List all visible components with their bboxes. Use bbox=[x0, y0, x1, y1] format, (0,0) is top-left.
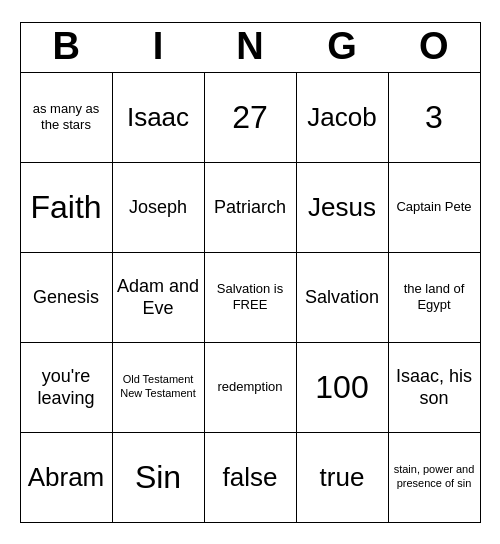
bingo-cell: Joseph bbox=[112, 162, 204, 252]
bingo-cell: Abram bbox=[20, 432, 112, 522]
table-row: GenesisAdam and EveSalvation is FREESalv… bbox=[20, 252, 480, 342]
bingo-cell: Faith bbox=[20, 162, 112, 252]
bingo-cell: Jacob bbox=[296, 72, 388, 162]
cell-content: you're leaving bbox=[24, 365, 109, 410]
bingo-header-cell: G bbox=[296, 22, 388, 72]
cell-content: stain, power and presence of sin bbox=[392, 463, 477, 491]
bingo-cell: Isaac bbox=[112, 72, 204, 162]
bingo-cell: 3 bbox=[388, 72, 480, 162]
cell-content: Captain Pete bbox=[392, 199, 477, 215]
bingo-header-cell: I bbox=[112, 22, 204, 72]
bingo-cell: Salvation bbox=[296, 252, 388, 342]
bingo-cell: true bbox=[296, 432, 388, 522]
cell-content: 100 bbox=[300, 367, 385, 407]
bingo-cell: Sin bbox=[112, 432, 204, 522]
cell-content: Adam and Eve bbox=[116, 275, 201, 320]
cell-content: Abram bbox=[24, 461, 109, 494]
table-row: FaithJosephPatriarchJesusCaptain Pete bbox=[20, 162, 480, 252]
bingo-cell: 27 bbox=[204, 72, 296, 162]
bingo-cell: stain, power and presence of sin bbox=[388, 432, 480, 522]
cell-content: Jacob bbox=[300, 101, 385, 134]
cell-content: Patriarch bbox=[208, 196, 293, 219]
bingo-cell: Isaac, his son bbox=[388, 342, 480, 432]
bingo-header-cell: B bbox=[20, 22, 112, 72]
cell-content: redemption bbox=[208, 379, 293, 395]
table-row: you're leavingOld Testament New Testamen… bbox=[20, 342, 480, 432]
bingo-cell: Salvation is FREE bbox=[204, 252, 296, 342]
cell-content: Isaac bbox=[116, 101, 201, 134]
bingo-cell: 100 bbox=[296, 342, 388, 432]
bingo-header-cell: N bbox=[204, 22, 296, 72]
cell-content: Salvation bbox=[300, 286, 385, 309]
bingo-cell: Patriarch bbox=[204, 162, 296, 252]
cell-content: Sin bbox=[116, 457, 201, 497]
cell-content: Jesus bbox=[300, 191, 385, 224]
table-row: as many as the starsIsaac27Jacob3 bbox=[20, 72, 480, 162]
cell-content: as many as the stars bbox=[24, 101, 109, 134]
bingo-cell: false bbox=[204, 432, 296, 522]
cell-content: Joseph bbox=[116, 196, 201, 219]
cell-content: 3 bbox=[392, 97, 477, 137]
bingo-cell: redemption bbox=[204, 342, 296, 432]
cell-content: Faith bbox=[24, 187, 109, 227]
bingo-cell: Captain Pete bbox=[388, 162, 480, 252]
cell-content: Genesis bbox=[24, 286, 109, 309]
cell-content: true bbox=[300, 461, 385, 494]
bingo-cell: Old Testament New Testament bbox=[112, 342, 204, 432]
bingo-cell: you're leaving bbox=[20, 342, 112, 432]
bingo-cell: Adam and Eve bbox=[112, 252, 204, 342]
bingo-cell: Genesis bbox=[20, 252, 112, 342]
cell-content: 27 bbox=[208, 97, 293, 137]
bingo-cell: the land of Egypt bbox=[388, 252, 480, 342]
cell-content: Salvation is FREE bbox=[208, 281, 293, 314]
bingo-grid: BINGO as many as the starsIsaac27Jacob3F… bbox=[20, 22, 481, 523]
table-row: AbramSinfalsetruestain, power and presen… bbox=[20, 432, 480, 522]
bingo-cell: as many as the stars bbox=[20, 72, 112, 162]
bingo-cell: Jesus bbox=[296, 162, 388, 252]
cell-content: Old Testament New Testament bbox=[116, 373, 201, 401]
cell-content: the land of Egypt bbox=[392, 281, 477, 314]
cell-content: false bbox=[208, 461, 293, 494]
bingo-header-cell: O bbox=[388, 22, 480, 72]
cell-content: Isaac, his son bbox=[392, 365, 477, 410]
